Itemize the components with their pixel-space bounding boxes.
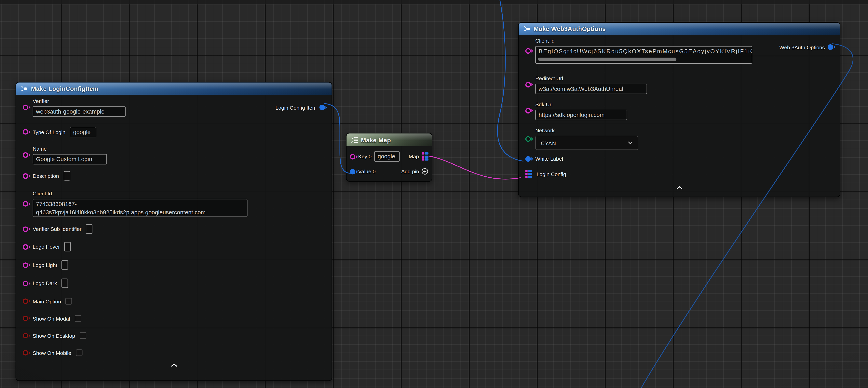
client-id-value: BEglQSgt4cUWcj6SKRdu5QkOXTsePmMcusG5EAoy… bbox=[539, 47, 749, 55]
node-make-web3authoptions[interactable]: Make Web3AuthOptions Web 3Auth Options C… bbox=[518, 22, 840, 197]
input-pin-logo-light[interactable] bbox=[23, 262, 28, 268]
network-dropdown[interactable]: CYAN bbox=[535, 136, 638, 150]
output-pin-map[interactable] bbox=[422, 152, 429, 160]
output-pin-label: Login Config Item bbox=[275, 104, 316, 111]
input-pin-login-config[interactable] bbox=[525, 170, 532, 178]
main-option-checkbox[interactable] bbox=[65, 298, 72, 305]
input-pin-key0[interactable] bbox=[350, 154, 355, 159]
node-make-map[interactable]: Make Map Key 0 google Map V bbox=[346, 133, 432, 182]
wire-map-to-login-config[interactable] bbox=[430, 156, 521, 179]
pin-row-sdk-url: Sdk Url https://sdk.openlogin.com bbox=[525, 101, 833, 120]
node-title: Make Map bbox=[361, 137, 391, 143]
canvas-top-shade bbox=[0, 0, 868, 4]
input-pin-white-label[interactable] bbox=[525, 156, 531, 161]
pin-label-logo-light: Logo Light bbox=[33, 262, 57, 268]
blueprint-graph-canvas[interactable]: Make LoginConfigItem Login Config Item V… bbox=[0, 0, 868, 388]
show-on-modal-checkbox[interactable] bbox=[74, 315, 81, 322]
pin-row-white-label: White Label bbox=[525, 155, 833, 162]
collapse-node-button[interactable] bbox=[525, 185, 833, 191]
pin-row-type-of-login: Type Of Login google bbox=[23, 126, 325, 137]
verifier-sub-identifier-field[interactable] bbox=[86, 225, 93, 234]
node-header-make-web3authoptions[interactable]: Make Web3AuthOptions bbox=[519, 23, 840, 35]
input-pin-description[interactable] bbox=[23, 173, 28, 179]
add-pin-label: Add pin bbox=[401, 168, 419, 175]
node-title: Make LoginConfigItem bbox=[31, 85, 98, 92]
logo-light-field[interactable] bbox=[62, 260, 68, 270]
node-make-loginconfigitem[interactable]: Make LoginConfigItem Login Config Item V… bbox=[16, 82, 332, 381]
input-pin-client-id[interactable] bbox=[23, 201, 28, 207]
show-on-mobile-checkbox[interactable] bbox=[76, 349, 82, 356]
pin-label-client-id: Client Id bbox=[535, 38, 752, 44]
input-pin-show-on-modal[interactable] bbox=[23, 316, 28, 321]
make-struct-icon bbox=[21, 85, 28, 92]
pin-row-key0-map: Key 0 google Map bbox=[346, 151, 432, 162]
pin-label-logo-hover: Logo Hover bbox=[33, 244, 60, 250]
pin-label-logo-dark: Logo Dark bbox=[33, 280, 57, 286]
output-pin-label: Web 3Auth Options bbox=[779, 44, 825, 50]
redirect-url-field[interactable]: w3a://com.w3a.Web3AuthUnreal bbox=[535, 84, 647, 94]
input-pin-sdk-url[interactable] bbox=[525, 108, 531, 114]
name-field[interactable]: Google Custom Login bbox=[33, 154, 107, 165]
chevron-up-icon bbox=[676, 186, 683, 190]
key0-field[interactable]: google bbox=[374, 151, 400, 162]
client-id-field[interactable]: BEglQSgt4cUWcj6SKRdu5QkOXTsePmMcusG5EAoy… bbox=[535, 46, 752, 64]
pin-row-verifier-sub-identifier: Verifier Sub Identifier bbox=[23, 225, 325, 234]
input-pin-logo-hover[interactable] bbox=[23, 244, 28, 249]
network-selected-value: CYAN bbox=[541, 140, 556, 146]
description-field[interactable] bbox=[63, 171, 70, 181]
show-on-desktop-checkbox[interactable] bbox=[80, 332, 86, 339]
pin-row-logo-hover: Logo Hover bbox=[23, 242, 325, 251]
pin-label-description: Description bbox=[33, 173, 59, 179]
input-pin-type-of-login[interactable] bbox=[23, 129, 28, 135]
pin-label-name: Name bbox=[33, 146, 107, 152]
output-row-login-config-item: Login Config Item bbox=[275, 102, 325, 113]
input-pin-verifier-sub-identifier[interactable] bbox=[23, 226, 28, 232]
chevron-down-icon bbox=[628, 141, 633, 145]
pin-label-verifier-sub-identifier: Verifier Sub Identifier bbox=[33, 226, 82, 232]
verifier-field[interactable]: web3auth-google-example bbox=[33, 106, 126, 117]
node-header-make-loginconfigitem[interactable]: Make LoginConfigItem bbox=[16, 82, 332, 95]
client-id-line2: q463s7kpvja16l4l0kko3nb925ikds2p.apps.go… bbox=[36, 208, 244, 216]
input-pin-main-option[interactable] bbox=[23, 298, 28, 304]
input-pin-show-on-desktop[interactable] bbox=[23, 333, 28, 338]
pin-row-client-id: Client Id 774338308167- q463s7kpvja16l4l… bbox=[23, 190, 325, 217]
node-header-make-map[interactable]: Make Map bbox=[346, 133, 432, 146]
client-id-scrollbar[interactable] bbox=[538, 58, 676, 61]
type-of-login-field[interactable]: google bbox=[70, 126, 96, 137]
sdk-url-field[interactable]: https://sdk.openlogin.com bbox=[535, 110, 627, 120]
input-pin-name[interactable] bbox=[23, 152, 28, 158]
pin-row-description: Description bbox=[23, 171, 325, 181]
input-pin-client-id[interactable] bbox=[525, 48, 531, 53]
chevron-up-icon bbox=[170, 363, 178, 367]
collapse-node-button[interactable] bbox=[23, 362, 325, 368]
pin-label-type-of-login: Type Of Login bbox=[33, 129, 65, 135]
pin-label-login-config: Login Config bbox=[536, 171, 566, 177]
client-id-field[interactable]: 774338308167- q463s7kpvja16l4l0kko3nb925… bbox=[33, 199, 248, 217]
input-pin-logo-dark[interactable] bbox=[23, 280, 28, 286]
output-pin-login-config-item[interactable] bbox=[319, 105, 325, 110]
make-struct-icon bbox=[523, 25, 530, 32]
pin-row-show-on-modal: Show On Modal bbox=[23, 315, 325, 322]
node-title: Make Web3AuthOptions bbox=[534, 25, 606, 32]
input-pin-network[interactable] bbox=[525, 136, 531, 142]
pin-label-white-label: White Label bbox=[535, 155, 563, 162]
logo-dark-field[interactable] bbox=[61, 278, 68, 288]
input-pin-redirect-url[interactable] bbox=[525, 82, 531, 88]
pin-row-show-on-desktop: Show On Desktop bbox=[23, 332, 325, 339]
pin-row-show-on-mobile: Show On Mobile bbox=[23, 349, 325, 356]
input-pin-verifier[interactable] bbox=[23, 105, 28, 110]
pin-label-verifier: Verifier bbox=[33, 98, 126, 104]
pin-label-main-option: Main Option bbox=[33, 298, 61, 304]
pin-row-name: Name Google Custom Login bbox=[23, 146, 325, 165]
logo-hover-field[interactable] bbox=[64, 242, 71, 251]
add-pin-button[interactable]: Add pin bbox=[401, 168, 429, 175]
output-pin-web3auth-options[interactable] bbox=[828, 44, 833, 50]
pin-row-network: Network CYAN bbox=[525, 127, 833, 150]
pin-row-login-config: Login Config bbox=[525, 170, 833, 178]
pin-label-show-on-desktop: Show On Desktop bbox=[33, 333, 75, 339]
pin-row-logo-light: Logo Light bbox=[23, 260, 325, 270]
pin-label-show-on-mobile: Show On Mobile bbox=[33, 350, 71, 356]
pin-row-logo-dark: Logo Dark bbox=[23, 278, 325, 288]
input-pin-show-on-mobile[interactable] bbox=[23, 350, 28, 355]
pin-label-value0: Value 0 bbox=[358, 168, 376, 175]
